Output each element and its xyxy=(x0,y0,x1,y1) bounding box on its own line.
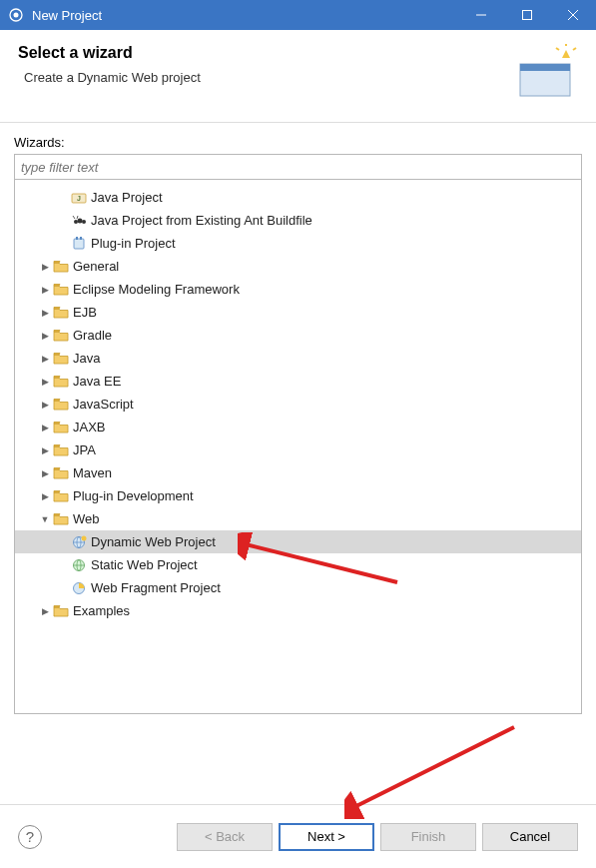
tree-item-label: Plug-in Development xyxy=(73,488,194,503)
folder-icon xyxy=(53,282,69,298)
tree-item-label: EJB xyxy=(73,305,97,320)
tree-item-label: JPA xyxy=(73,442,96,457)
tree-item[interactable]: ▶Java xyxy=(15,347,581,370)
svg-text:J: J xyxy=(77,195,81,202)
maximize-button[interactable] xyxy=(504,0,550,30)
tree-item-label: Java Project from Existing Ant Buildfile xyxy=(91,213,312,228)
chevron-right-icon[interactable]: ▶ xyxy=(37,445,53,455)
tree-item-label: Java Project xyxy=(91,190,163,205)
chevron-right-icon[interactable]: ▶ xyxy=(37,423,53,433)
tree-item[interactable]: ▶Eclipse Modeling Framework xyxy=(15,278,581,301)
folder-icon xyxy=(53,328,69,344)
tree-item-label: Gradle xyxy=(73,328,112,343)
chevron-right-icon[interactable]: ▶ xyxy=(37,377,53,387)
tree-item-label: Web Fragment Project xyxy=(91,580,221,595)
button-bar: ? < Back Next > Finish Cancel xyxy=(0,804,596,868)
plugin-project-icon xyxy=(71,236,87,252)
cancel-button[interactable]: Cancel xyxy=(482,823,578,851)
help-button[interactable]: ? xyxy=(18,825,42,849)
svg-line-11 xyxy=(573,48,576,50)
tree-item[interactable]: ▶General xyxy=(15,255,581,278)
tree-item[interactable]: ▶Gradle xyxy=(15,324,581,347)
folder-icon xyxy=(53,397,69,413)
svg-line-10 xyxy=(556,48,559,50)
tree-item-label: General xyxy=(73,259,119,274)
folder-icon xyxy=(53,488,69,504)
java-project-icon: J xyxy=(71,190,87,206)
chevron-right-icon[interactable]: ▶ xyxy=(37,331,53,341)
chevron-right-icon[interactable]: ▶ xyxy=(37,285,53,295)
svg-point-1 xyxy=(14,13,19,18)
filter-input[interactable] xyxy=(14,154,582,180)
next-button[interactable]: Next > xyxy=(279,823,374,851)
finish-button[interactable]: Finish xyxy=(380,823,476,851)
minimize-button[interactable] xyxy=(458,0,504,30)
tree-item[interactable]: ▼Web xyxy=(15,507,581,530)
svg-rect-21 xyxy=(80,237,82,240)
svg-rect-19 xyxy=(74,239,84,249)
folder-icon xyxy=(53,420,69,435)
tree-item[interactable]: ▶Plug-in Project xyxy=(15,232,581,255)
folder-icon xyxy=(53,374,69,390)
chevron-right-icon[interactable]: ▶ xyxy=(37,262,53,272)
svg-point-25 xyxy=(82,535,87,540)
svg-point-15 xyxy=(78,218,83,223)
svg-rect-3 xyxy=(523,11,532,20)
wizards-tree[interactable]: ▶JJava Project▶Java Project from Existin… xyxy=(14,180,582,714)
titlebar: New Project xyxy=(0,0,596,30)
svg-rect-7 xyxy=(520,64,570,71)
page-description: Create a Dynamic Web project xyxy=(24,70,508,85)
folder-icon xyxy=(53,603,69,619)
web-fragment-icon xyxy=(71,580,87,596)
chevron-right-icon[interactable]: ▶ xyxy=(37,308,53,318)
svg-line-33 xyxy=(354,727,514,807)
tree-item[interactable]: ▶Java EE xyxy=(15,370,581,393)
ant-project-icon xyxy=(71,213,87,229)
tree-item-label: JAXB xyxy=(73,420,106,434)
tree-item-label: Java xyxy=(73,351,100,366)
chevron-right-icon[interactable]: ▶ xyxy=(37,468,53,478)
window-controls xyxy=(458,0,596,30)
folder-icon xyxy=(53,465,69,481)
tree-item[interactable]: ▶Java Project from Existing Ant Buildfil… xyxy=(15,209,581,232)
wizards-label: Wizards: xyxy=(14,135,582,150)
wizard-banner-icon xyxy=(508,44,578,104)
tree-item[interactable]: ▶Maven xyxy=(15,461,581,484)
tree-item[interactable]: ▶Web Fragment Project xyxy=(15,576,581,599)
folder-icon xyxy=(53,305,69,321)
window-title: New Project xyxy=(32,8,458,23)
tree-item-label: JavaScript xyxy=(73,397,134,412)
tree-item-label: Static Web Project xyxy=(91,557,198,572)
chevron-right-icon[interactable]: ▶ xyxy=(37,606,53,616)
tree-item[interactable]: ▶JJava Project xyxy=(15,186,581,209)
folder-icon xyxy=(53,442,69,458)
tree-item-label: Plug-in Project xyxy=(91,236,176,251)
tree-item[interactable]: ▶EJB xyxy=(15,301,581,324)
chevron-right-icon[interactable]: ▶ xyxy=(37,354,53,364)
svg-rect-20 xyxy=(76,237,78,240)
back-button[interactable]: < Back xyxy=(177,823,273,851)
svg-line-17 xyxy=(73,216,75,219)
tree-item-label: Java EE xyxy=(73,374,121,389)
chevron-right-icon[interactable]: ▶ xyxy=(37,491,53,501)
tree-item[interactable]: ▶JavaScript xyxy=(15,393,581,416)
tree-item[interactable]: ▶JPA xyxy=(15,438,581,461)
tree-item[interactable]: ▶JAXB xyxy=(15,416,581,438)
tree-item[interactable]: ▶Examples xyxy=(15,599,581,622)
close-button[interactable] xyxy=(550,0,596,30)
chevron-down-icon[interactable]: ▼ xyxy=(37,514,53,524)
tree-item-label: Eclipse Modeling Framework xyxy=(73,282,240,297)
tree-item-label: Dynamic Web Project xyxy=(91,534,216,549)
tree-item[interactable]: ▶Plug-in Development xyxy=(15,484,581,507)
tree-item[interactable]: ▶Dynamic Web Project xyxy=(15,530,581,553)
folder-icon xyxy=(53,351,69,367)
chevron-right-icon[interactable]: ▶ xyxy=(37,400,53,410)
tree-item-label: Web xyxy=(73,511,100,526)
svg-point-16 xyxy=(82,220,86,224)
tree-item-label: Maven xyxy=(73,465,112,480)
svg-line-18 xyxy=(77,216,78,219)
tree-item-label: Examples xyxy=(73,603,130,618)
tree-item[interactable]: ▶Static Web Project xyxy=(15,553,581,576)
wizard-header: Select a wizard Create a Dynamic Web pro… xyxy=(0,30,596,123)
eclipse-icon xyxy=(8,7,24,23)
